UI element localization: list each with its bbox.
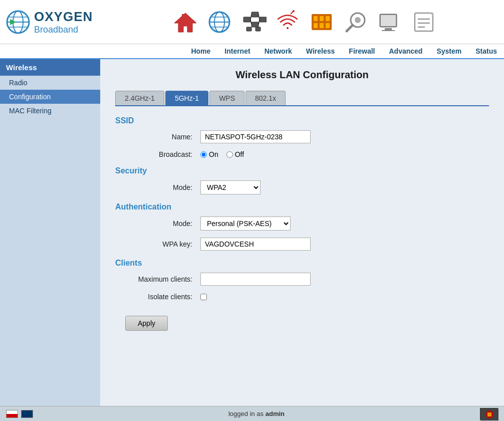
tabs-container: 2.4GHz-1 5GHz-1 WPS 802.1x	[115, 91, 489, 106]
max-clients-label: Maximum clients:	[125, 275, 200, 283]
footer-icon	[480, 408, 498, 420]
firewall-nav-icon[interactable]	[309, 9, 335, 35]
footer-flags	[6, 410, 33, 418]
nav-bar: Home Internet Network Wireless Firewall …	[0, 44, 504, 59]
sidebar-item-mac-filtering[interactable]: MAC Filtering	[0, 104, 100, 118]
max-clients-input[interactable]	[200, 273, 311, 286]
logo-text: OXYGEN Broadband	[34, 9, 93, 35]
advanced-nav-icon[interactable]	[343, 9, 369, 35]
svg-rect-27	[320, 16, 324, 21]
broadcast-on-text: On	[209, 150, 218, 158]
svg-line-18	[250, 20, 251, 25]
footer: logged in as admin	[0, 406, 504, 421]
ssid-section-title: SSID	[115, 116, 489, 125]
brand-sub: Broadband	[34, 25, 93, 35]
brand-name: OXYGEN	[34, 9, 93, 25]
nav-network[interactable]: Network	[258, 46, 299, 56]
header: OXYGEN Broadband	[0, 0, 504, 44]
svg-rect-29	[314, 23, 318, 28]
wireless-nav-icon[interactable]	[275, 9, 301, 35]
isolate-clients-label: Isolate clients:	[125, 293, 200, 301]
max-clients-row: Maximum clients:	[125, 273, 489, 286]
tab-wps[interactable]: WPS	[209, 91, 244, 105]
tab-5ghz[interactable]: 5GHz-1	[165, 91, 208, 105]
wpa-key-row: WPA key:	[125, 238, 489, 251]
svg-rect-16	[260, 17, 267, 22]
nav-internet[interactable]: Internet	[217, 46, 257, 56]
svg-line-17	[250, 15, 251, 20]
security-mode-select[interactable]: WPA2 WPA WEP None	[200, 180, 261, 194]
sidebar-item-configuration[interactable]: Configuration	[0, 90, 100, 104]
footer-status: logged in as admin	[228, 410, 285, 417]
sidebar-item-radio[interactable]: Radio	[0, 76, 100, 90]
logo-icon	[6, 10, 30, 34]
auth-section-title: Authentication	[115, 202, 489, 212]
nav-wireless[interactable]: Wireless	[299, 46, 342, 56]
footer-username: admin	[266, 410, 285, 417]
internet-nav-icon[interactable]	[206, 9, 232, 35]
broadcast-off-radio[interactable]	[226, 151, 233, 158]
svg-rect-30	[320, 23, 324, 28]
nav-icons	[111, 9, 498, 35]
apply-button[interactable]: Apply	[125, 316, 168, 331]
broadcast-off-text: Off	[235, 150, 244, 158]
auth-mode-label: Mode:	[125, 220, 200, 228]
main-content: Wireless LAN Configuration 2.4GHz-1 5GHz…	[100, 59, 504, 406]
system-nav-icon[interactable]	[377, 9, 403, 35]
home-nav-icon[interactable]	[172, 9, 198, 35]
svg-rect-28	[326, 16, 330, 21]
security-section-title: Security	[115, 166, 489, 175]
auth-mode-select[interactable]: Personal (PSK-AES) Enterprise	[200, 217, 291, 231]
nav-advanced[interactable]: Advanced	[382, 46, 429, 56]
network-nav-icon[interactable]	[240, 9, 267, 35]
nav-home[interactable]: Home	[184, 46, 217, 56]
svg-rect-7	[182, 14, 187, 19]
svg-rect-21	[246, 27, 251, 31]
broadcast-on-label[interactable]: On	[200, 150, 218, 158]
svg-rect-38	[382, 30, 395, 31]
svg-rect-46	[487, 412, 491, 416]
svg-rect-39	[415, 13, 433, 31]
svg-rect-31	[326, 23, 330, 28]
isolate-clients-row: Isolate clients:	[125, 293, 489, 301]
isolate-clients-checkbox[interactable]	[200, 294, 207, 300]
svg-line-19	[259, 15, 260, 20]
sidebar-header: Wireless	[0, 59, 100, 76]
nav-firewall[interactable]: Firewall	[342, 46, 382, 56]
broadcast-label: Broadcast:	[125, 150, 200, 158]
wpa-key-input[interactable]	[200, 238, 311, 251]
svg-rect-14	[251, 12, 259, 17]
clients-section-title: Clients	[115, 259, 489, 268]
broadcast-off-label[interactable]: Off	[226, 150, 244, 158]
tab-8021x[interactable]: 802.1x	[245, 91, 286, 105]
svg-rect-13	[243, 17, 250, 22]
svg-line-20	[259, 20, 260, 25]
svg-rect-22	[256, 27, 261, 31]
auth-mode-row: Mode: Personal (PSK-AES) Enterprise	[125, 217, 489, 231]
wpa-key-label: WPA key:	[125, 240, 200, 248]
svg-rect-26	[314, 16, 318, 21]
broadcast-row: Broadcast: On Off	[125, 150, 489, 158]
svg-point-34	[355, 17, 361, 23]
name-label: Name:	[125, 133, 200, 141]
svg-rect-15	[251, 22, 259, 27]
svg-rect-36	[381, 15, 396, 26]
svg-line-33	[347, 25, 353, 31]
logo: OXYGEN Broadband	[6, 9, 111, 35]
nav-status[interactable]: Status	[468, 46, 504, 56]
ssid-name-input[interactable]	[200, 130, 311, 143]
security-mode-label: Mode:	[125, 183, 200, 191]
flag-en[interactable]	[21, 410, 33, 418]
flag-pl[interactable]	[6, 410, 18, 418]
broadcast-on-radio[interactable]	[200, 151, 207, 158]
tab-2ghz[interactable]: 2.4GHz-1	[115, 91, 164, 105]
nav-system[interactable]: System	[429, 46, 468, 56]
svg-rect-37	[385, 28, 392, 30]
svg-point-24	[293, 10, 295, 12]
name-row: Name:	[125, 130, 489, 143]
page-title: Wireless LAN Configuration	[115, 69, 489, 81]
status-nav-icon[interactable]	[411, 9, 437, 35]
layout: Wireless Radio Configuration MAC Filteri…	[0, 59, 504, 406]
broadcast-radio-group: On Off	[200, 150, 244, 158]
sidebar: Wireless Radio Configuration MAC Filteri…	[0, 59, 100, 406]
